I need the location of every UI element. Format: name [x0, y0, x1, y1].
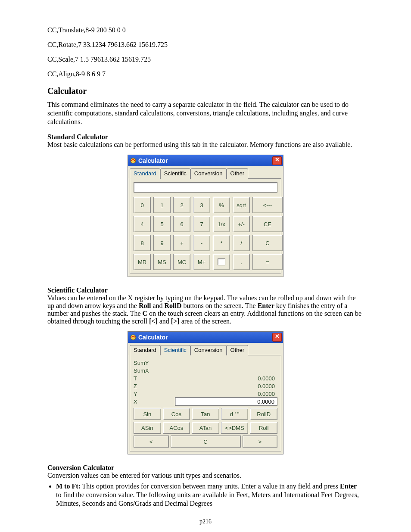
key-mc[interactable]: MC [173, 254, 190, 270]
key-8[interactable]: 8 [134, 235, 151, 251]
tab-scientific[interactable]: Scientific [160, 168, 190, 179]
mem-box-icon [218, 258, 225, 265]
t: and [158, 317, 171, 325]
key-scroll-left[interactable]: < [134, 436, 169, 448]
conv-desc: Conversion values can be entered for var… [47, 472, 241, 479]
key-div[interactable]: / [233, 235, 250, 251]
window-title: Calculator [138, 334, 168, 341]
sci-title: Scientific Calculator [47, 286, 364, 294]
reg-value: 0.0000 [158, 391, 277, 397]
scientific-pane: SumY SumX T 0.0000 Z 0.0000 Y 0.0000 X [130, 355, 281, 451]
scientific-calc-window: Calculator ✕ Standard Scientific Convers… [128, 331, 283, 454]
b: Roll [139, 302, 151, 309]
key-9[interactable]: 9 [153, 235, 171, 251]
key-mr[interactable]: MR [134, 254, 151, 270]
t: to find the conversion value. The follow… [56, 491, 359, 507]
key-cos[interactable]: Cos [163, 408, 190, 420]
key-swap-dms[interactable]: <>DMS [221, 422, 249, 434]
tab-scientific[interactable]: Scientific [160, 345, 190, 355]
standard-pane: 0 1 2 3 % sqrt <--- 4 5 6 7 1/x +/- CE 8… [130, 178, 281, 274]
key-asin[interactable]: ASin [134, 422, 161, 434]
key-reciprocal[interactable]: 1/x [213, 216, 230, 232]
key-6[interactable]: 6 [173, 216, 190, 232]
t: and [151, 302, 164, 309]
key-percent[interactable]: % [213, 197, 230, 213]
key-mem-indicator [213, 254, 230, 270]
tab-standard[interactable]: Standard [130, 168, 160, 179]
key-clear[interactable]: C [171, 436, 241, 448]
conv-title: Conversion Calculator [47, 464, 364, 472]
t: buttons on the screen. The [182, 302, 258, 309]
reg-label: Z [134, 383, 158, 389]
t: area of the screen. [180, 317, 231, 325]
tab-conversion[interactable]: Conversion [190, 345, 227, 355]
sci-desc: Values can be entered on the X register … [47, 294, 361, 325]
key-backspace[interactable]: <--- [252, 197, 283, 213]
conversion-bullets: M to Ft: This option provides for conver… [56, 482, 364, 508]
key-atan[interactable]: ATan [192, 422, 219, 434]
x-register-input[interactable]: 0.0000 [175, 397, 277, 406]
key-dot[interactable]: . [233, 254, 250, 270]
cmd-rotate: CC,Rotate,7 33.1234 79613.662 15619.725 [47, 40, 364, 49]
keypad: 0 1 2 3 % sqrt <--- 4 5 6 7 1/x +/- CE 8… [134, 197, 277, 270]
key-2[interactable]: 2 [173, 197, 190, 213]
svg-point-0 [131, 158, 136, 163]
section-heading: Calculator [47, 86, 364, 96]
std-title: Standard Calculator [47, 133, 364, 141]
key-minus[interactable]: - [193, 235, 210, 251]
standard-calc-window: Calculator ✕ Standard Scientific Convers… [128, 155, 283, 277]
close-button[interactable]: ✕ [272, 156, 282, 165]
close-button[interactable]: ✕ [272, 333, 282, 342]
tabstrip: Standard Scientific Conversion Other [128, 166, 283, 178]
reg-label: T [134, 375, 158, 382]
titlebar: Calculator ✕ [128, 332, 283, 343]
key-dms[interactable]: d ' " [221, 408, 249, 420]
reg-t: T 0.0000 [134, 374, 277, 382]
reg-value: 0.0000 [158, 383, 277, 389]
std-desc: Most basic calculations can be performed… [47, 141, 352, 148]
key-4[interactable]: 4 [134, 216, 151, 232]
key-rolld[interactable]: RollD [250, 408, 277, 420]
b: [<] [149, 317, 158, 325]
b: RollD [165, 302, 182, 309]
app-icon [130, 157, 137, 164]
bullet-m-to-ft: M to Ft: This option provides for conver… [56, 482, 364, 508]
key-equals[interactable]: = [252, 254, 283, 270]
cmd-translate: CC,Translate,8-9 200 50 0 0 [47, 26, 364, 34]
reg-label: SumY [134, 360, 158, 366]
window-title: Calculator [138, 157, 168, 164]
key-plus[interactable]: + [173, 235, 190, 251]
key-clear[interactable]: C [252, 235, 283, 251]
key-mult[interactable]: * [213, 235, 230, 251]
b: Enter [258, 302, 274, 309]
tab-other[interactable]: Other [227, 168, 249, 179]
reg-value: 0.0000 [158, 375, 277, 382]
key-sin[interactable]: Sin [134, 408, 161, 420]
key-1[interactable]: 1 [153, 197, 171, 213]
tab-conversion[interactable]: Conversion [190, 168, 227, 179]
tab-other[interactable]: Other [227, 345, 249, 355]
key-mplus[interactable]: M+ [193, 254, 210, 270]
calc-display[interactable] [134, 182, 277, 193]
tab-standard[interactable]: Standard [130, 345, 160, 355]
key-sqrt[interactable]: sqrt [233, 197, 250, 213]
key-ce[interactable]: CE [252, 216, 283, 232]
key-scroll-right[interactable]: > [243, 436, 278, 448]
key-ms[interactable]: MS [153, 254, 171, 270]
titlebar: Calculator ✕ [128, 155, 283, 166]
b: C [143, 310, 148, 317]
key-5[interactable]: 5 [153, 216, 171, 232]
cmd-scale: CC,Scale,7 1.5 79613.662 15619.725 [47, 55, 364, 64]
key-3[interactable]: 3 [193, 197, 210, 213]
reg-y: Y 0.0000 [134, 390, 277, 398]
key-tan[interactable]: Tan [192, 408, 219, 420]
key-acos[interactable]: ACos [163, 422, 190, 434]
key-7[interactable]: 7 [193, 216, 210, 232]
key-0[interactable]: 0 [134, 197, 151, 213]
reg-sumy: SumY [134, 359, 277, 367]
cmd-align: CC,Align,8-9 8 6 9 7 [47, 70, 364, 78]
key-negate[interactable]: +/- [233, 216, 250, 232]
t: This option provides for conversion betw… [81, 482, 340, 490]
b: [>] [171, 317, 180, 325]
key-roll[interactable]: Roll [250, 422, 277, 434]
